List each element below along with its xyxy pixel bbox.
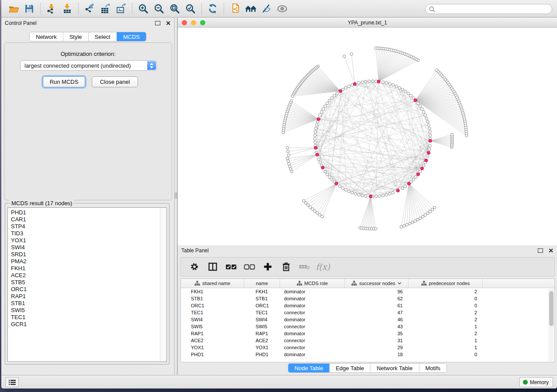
- search-input[interactable]: [437, 6, 548, 12]
- table-row[interactable]: TEC1TEC1connector472: [181, 309, 554, 316]
- table-settings-gear-icon[interactable]: [188, 260, 201, 273]
- cell-MCDS-role: connector: [280, 323, 345, 330]
- network-graph[interactable]: [178, 28, 557, 245]
- control-panel: Control Panel ✕ NetworkStyleSelectMCDS O…: [1, 18, 175, 375]
- mcds-result-item[interactable]: TID3: [8, 230, 166, 237]
- mcds-result-list[interactable]: PHD1CAR1STP4TID3YOX1SWI4SRD1PMA2FKH1ACE2…: [7, 207, 167, 362]
- result-list-scrollbar[interactable]: [160, 208, 166, 361]
- cell-MCDS-role: connector: [280, 337, 345, 344]
- zoom-selected-icon[interactable]: [183, 2, 198, 16]
- export-table-icon[interactable]: [97, 2, 113, 16]
- table-row[interactable]: SWI4SWI4dominator462: [181, 316, 554, 323]
- hide-graphics-details-icon[interactable]: [259, 2, 274, 16]
- tab-mcds[interactable]: MCDS: [117, 32, 146, 41]
- cell-successor-nodes: 18: [345, 351, 408, 358]
- attribute-type-icon: [194, 281, 200, 286]
- table-row[interactable]: STB1STB1dominator620: [181, 295, 554, 302]
- zoom-in-icon[interactable]: [135, 2, 151, 16]
- table-row[interactable]: FKH1FKH1dominator962: [181, 288, 554, 295]
- table-row[interactable]: ORC1ORC1dominator610: [181, 302, 554, 309]
- zoom-out-icon[interactable]: [151, 2, 167, 16]
- criterion-dropdown[interactable]: largest connected component (undirected): [20, 60, 157, 71]
- table-row[interactable]: YOX1YOX1connector291: [181, 344, 554, 351]
- close-panel-icon[interactable]: ✕: [166, 21, 171, 25]
- tab-network-table[interactable]: Network Table: [370, 364, 419, 372]
- mcds-result-item[interactable]: ORC1: [8, 286, 166, 293]
- save-session-icon[interactable]: [21, 2, 37, 16]
- mcds-result-item[interactable]: ACE2: [8, 272, 166, 279]
- import-network-icon[interactable]: [44, 2, 59, 16]
- mcds-result-item[interactable]: FKH1: [8, 265, 166, 272]
- table-row[interactable]: PHD1PHD1dominator180: [181, 351, 554, 358]
- cell-MCDS-role: dominator: [280, 295, 345, 302]
- cell-MCDS-role: connector: [280, 309, 345, 316]
- cell-successor-nodes: 43: [345, 323, 408, 330]
- tab-node-table[interactable]: Node Table: [288, 364, 329, 372]
- mcds-result-item[interactable]: STP4: [8, 223, 166, 230]
- show-columns-icon[interactable]: [206, 260, 219, 273]
- mcds-result-item[interactable]: GCR1: [8, 321, 166, 328]
- mcds-result-group: MCDS result (17 nodes) PHD1CAR1STP4TID3Y…: [5, 203, 170, 364]
- mcds-result-item[interactable]: SWI5: [8, 307, 166, 314]
- attribute-type-icon: [421, 281, 427, 286]
- network-window-titlebar[interactable]: YPA_prune.txt_1: [178, 18, 557, 28]
- cell-MCDS-role: dominator: [280, 351, 345, 358]
- mcds-result-item[interactable]: TEC1: [8, 314, 166, 321]
- mcds-result-item[interactable]: RAP1: [8, 293, 166, 300]
- table-scrollbar[interactable]: [548, 289, 554, 361]
- close-panel-button[interactable]: Close panel: [92, 76, 138, 87]
- cell-predecessor-nodes: 1: [408, 337, 483, 344]
- float-panel-icon[interactable]: [538, 248, 543, 253]
- mcds-result-item[interactable]: SWI4: [8, 244, 166, 251]
- deselect-all-rows-icon[interactable]: [243, 260, 256, 273]
- splitter-grip[interactable]: [175, 193, 177, 199]
- column-header-MCDS-role[interactable]: MCDS role: [280, 279, 345, 288]
- mcds-result-item[interactable]: YOX1: [8, 237, 166, 244]
- column-header-name[interactable]: name: [244, 279, 280, 288]
- mcds-result-item[interactable]: PMA2: [8, 258, 166, 265]
- houses-icon[interactable]: [243, 2, 259, 16]
- column-header-shared-name[interactable]: shared name: [181, 279, 244, 288]
- node-table[interactable]: shared namenameMCDS rolesuccessor nodesp…: [180, 279, 555, 362]
- cell-successor-nodes: 96: [345, 288, 408, 295]
- memory-label: Memory: [530, 379, 549, 385]
- export-network-icon[interactable]: [82, 2, 97, 16]
- show-graphics-details-icon[interactable]: [274, 2, 290, 16]
- tab-style[interactable]: Style: [63, 32, 88, 41]
- column-header-successor-nodes[interactable]: successor nodes: [345, 279, 408, 288]
- document-network-icon[interactable]: [227, 2, 243, 16]
- export-image-icon[interactable]: [113, 2, 129, 16]
- run-mcds-button[interactable]: Run MCDS: [43, 76, 85, 87]
- mcds-result-item[interactable]: PHD1: [8, 209, 166, 216]
- mcds-result-item[interactable]: CAR1: [8, 216, 166, 223]
- select-all-rows-icon[interactable]: [225, 260, 238, 273]
- table-row[interactable]: SWI5SWI5connector431: [181, 323, 554, 330]
- table-scrollbar-thumb[interactable]: [549, 291, 554, 326]
- tab-motifs[interactable]: Motifs: [419, 364, 446, 372]
- column-header-predecessor-nodes[interactable]: predecessor nodes: [408, 279, 483, 288]
- mcds-result-item[interactable]: SRD1: [8, 251, 166, 258]
- add-column-icon[interactable]: [261, 260, 274, 273]
- refresh-view-icon[interactable]: [205, 2, 221, 16]
- mcds-result-item[interactable]: STB5: [8, 279, 166, 286]
- tab-select[interactable]: Select: [88, 32, 117, 41]
- close-panel-icon[interactable]: ✕: [548, 248, 554, 253]
- delete-column-icon[interactable]: [280, 260, 293, 273]
- table-row[interactable]: ACE2ACE2connector311: [181, 337, 554, 344]
- open-file-icon[interactable]: [6, 2, 21, 16]
- cell-successor-nodes: 62: [345, 295, 408, 302]
- table-row[interactable]: RAP1RAP1dominator352: [181, 330, 554, 337]
- float-panel-icon[interactable]: [155, 21, 160, 25]
- cell-name: PHD1: [244, 351, 280, 358]
- task-history-button[interactable]: [5, 377, 19, 387]
- tab-network[interactable]: Network: [30, 32, 63, 41]
- network-canvas[interactable]: [178, 28, 557, 245]
- tab-edge-table[interactable]: Edge Table: [329, 364, 370, 372]
- import-table-icon[interactable]: [59, 2, 75, 16]
- memory-button[interactable]: Memory: [519, 377, 553, 387]
- zoom-fit-icon[interactable]: [167, 2, 183, 16]
- sort-dropdown-icon[interactable]: [398, 282, 401, 285]
- table-tabs: Node TableEdge TableNetwork TableMotifs: [288, 363, 447, 373]
- search-box[interactable]: [425, 4, 552, 14]
- mcds-result-item[interactable]: STB1: [8, 300, 166, 307]
